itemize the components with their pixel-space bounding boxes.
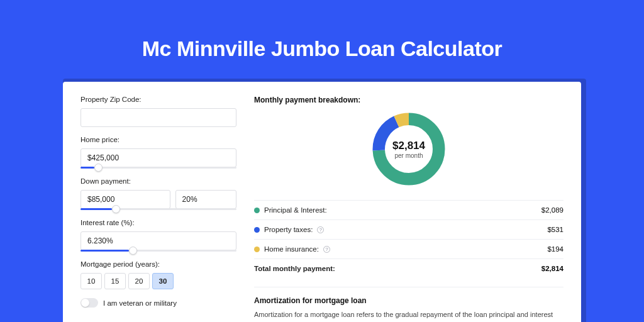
period-10-button[interactable]: 10: [80, 273, 102, 289]
zip-group: Property Zip Code:: [80, 96, 236, 127]
rate-label: Interest rate (%):: [80, 219, 236, 226]
total-label: Total monthly payment:: [254, 265, 335, 272]
line-value: $194: [547, 245, 564, 253]
dot-icon: [254, 247, 260, 252]
line-principal: Principal & Interest: $2,089: [254, 200, 564, 219]
rate-input[interactable]: [80, 231, 236, 250]
page-title: Mc Minnville Jumbo Loan Calculator: [0, 0, 644, 61]
breakdown-panel: Monthly payment breakdown: $2,814 per mo…: [254, 96, 564, 319]
payment-donut-chart: $2,814 per month: [369, 109, 448, 189]
amortization-body: Amortization for a mortgage loan refers …: [254, 310, 564, 322]
line-value: $2,089: [541, 206, 564, 214]
line-label: Home insurance:: [264, 245, 319, 253]
donut-center-sub: per month: [394, 152, 423, 159]
down-label: Down payment:: [80, 177, 236, 185]
line-label: Principal & Interest:: [264, 206, 327, 214]
amortization-section: Amortization for mortgage loan Amortizat…: [254, 287, 564, 322]
calculator-card: Property Zip Code: Home price: Down paym…: [63, 82, 581, 322]
line-insurance: Home insurance: ? $194: [254, 239, 564, 258]
price-input[interactable]: [80, 148, 236, 167]
total-value: $2,814: [541, 265, 564, 272]
period-label: Mortgage period (years):: [80, 260, 236, 268]
period-15-button[interactable]: 15: [104, 273, 126, 289]
down-percent-input[interactable]: [175, 190, 236, 209]
price-slider-thumb[interactable]: [94, 164, 103, 172]
line-label: Property taxes:: [264, 226, 313, 233]
veteran-row: I am veteran or military: [80, 298, 236, 308]
dot-icon: [254, 227, 260, 233]
veteran-toggle[interactable]: [80, 298, 98, 308]
line-taxes: Property taxes: ? $531: [254, 219, 564, 239]
price-group: Home price:: [80, 136, 236, 169]
down-slider-thumb[interactable]: [112, 205, 120, 213]
form-panel: Property Zip Code: Home price: Down paym…: [80, 96, 236, 319]
rate-group: Interest rate (%):: [80, 219, 236, 252]
info-icon[interactable]: ?: [323, 246, 330, 253]
line-total: Total monthly payment: $2,814: [254, 258, 564, 278]
zip-label: Property Zip Code:: [80, 96, 236, 103]
price-slider[interactable]: [80, 167, 236, 169]
price-label: Home price:: [80, 136, 236, 143]
period-group: Mortgage period (years): 10 15 20 30: [80, 260, 236, 289]
zip-input[interactable]: [80, 108, 236, 127]
period-20-button[interactable]: 20: [128, 273, 150, 289]
line-value: $531: [547, 226, 564, 233]
period-30-button[interactable]: 30: [152, 273, 174, 289]
period-buttons: 10 15 20 30: [80, 273, 236, 289]
donut-center-value: $2,814: [392, 140, 425, 152]
down-slider[interactable]: [80, 208, 236, 210]
amortization-title: Amortization for mortgage loan: [254, 296, 564, 305]
veteran-label: I am veteran or military: [103, 299, 177, 307]
down-group: Down payment:: [80, 177, 236, 210]
down-amount-input[interactable]: [80, 190, 170, 209]
rate-slider-thumb[interactable]: [129, 247, 137, 255]
dot-icon: [254, 208, 260, 213]
donut-wrap: $2,814 per month: [254, 109, 564, 189]
rate-slider[interactable]: [80, 250, 236, 252]
breakdown-title: Monthly payment breakdown:: [254, 96, 564, 104]
info-icon[interactable]: ?: [317, 226, 324, 233]
